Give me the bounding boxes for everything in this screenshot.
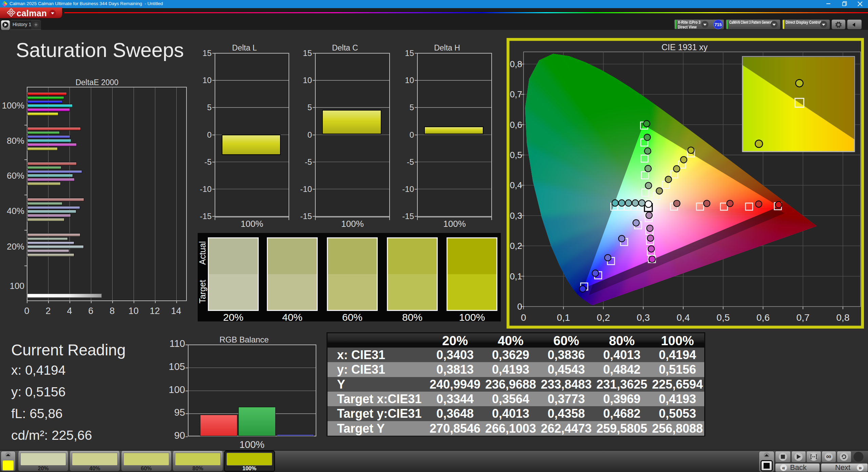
svg-text:0,2: 0,2	[597, 312, 610, 323]
svg-text:0,4: 0,4	[510, 180, 522, 190]
svg-text:CIE 1931 xy: CIE 1931 xy	[662, 42, 708, 52]
svg-text:0,5: 0,5	[716, 312, 730, 323]
svg-text:715: 715	[714, 22, 722, 27]
svg-text:»: »	[859, 465, 862, 471]
svg-text:∞: ∞	[826, 452, 831, 460]
svg-text:0,6: 0,6	[756, 312, 770, 323]
svg-text:0,3: 0,3	[637, 312, 650, 323]
svg-text:«: «	[782, 465, 785, 471]
svg-text:0,7: 0,7	[510, 89, 522, 99]
svg-text:0,8: 0,8	[510, 59, 522, 69]
svg-text:0,6: 0,6	[510, 120, 522, 130]
svg-text:0,1: 0,1	[557, 312, 570, 323]
svg-text:0,7: 0,7	[796, 312, 810, 323]
svg-text:0,8: 0,8	[836, 312, 850, 323]
svg-text:0,1: 0,1	[510, 271, 522, 281]
svg-text:0,2: 0,2	[510, 241, 522, 251]
svg-text:0: 0	[517, 301, 522, 312]
svg-text:0: 0	[521, 312, 526, 323]
svg-text:0,4: 0,4	[677, 312, 690, 323]
svg-text:0,3: 0,3	[510, 211, 522, 221]
svg-text:0,5: 0,5	[510, 150, 522, 160]
